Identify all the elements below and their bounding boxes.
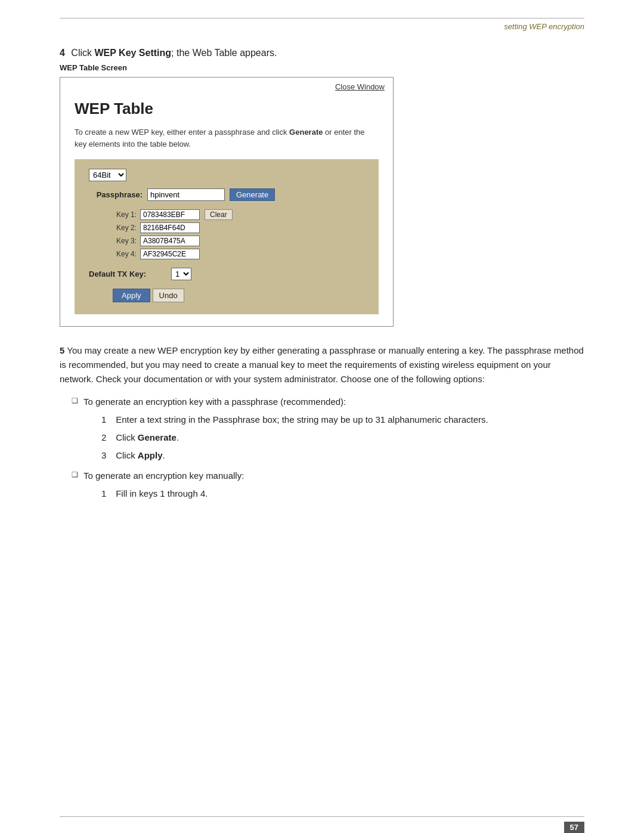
step4-text-before: Click [71,48,94,58]
bullet-item-1: To generate an encryption key with a pas… [72,395,584,463]
passphrase-label: Passphrase: [89,190,143,199]
step4-heading: 4 Click WEP Key Setting; the Web Table a… [60,48,584,58]
close-window-link[interactable]: Close Window [335,82,385,91]
key-row-4: Key 4: [113,249,364,259]
step5-container: 5 You may create a new WEP encryption ke… [60,343,584,501]
key4-label: Key 4: [113,250,137,258]
action-buttons: Apply Undo [113,289,364,302]
key3-label: Key 3: [113,237,137,245]
key-row-3: Key 3: [113,236,364,246]
bullet2-text: To generate an encryption key manually: [83,470,244,481]
default-tx-label: Default TX Key: [89,270,166,278]
sub-step-1-1: 1 Enter a text string in the Passphrase … [101,413,584,427]
bullet-item-2: To generate an encryption key manually: … [72,469,584,501]
bottom-rule [60,816,584,817]
key-row-2: Key 2: [113,222,364,233]
bullet-list: To generate an encryption key with a pas… [60,395,584,501]
key1-input[interactable] [140,209,200,220]
section-title: setting WEP encryption [504,22,584,31]
undo-button[interactable]: Undo [153,289,184,302]
dialog-description: To create a new WEP key, either enter a … [75,126,379,150]
sub-step-1-3-bold: Apply [138,450,163,460]
sub-step-1-2: 2 Click Generate. [101,431,584,445]
key2-input[interactable] [140,222,200,233]
step5-number: 5 [60,345,64,355]
dialog-content: WEP Table To create a new WEP key, eithe… [60,94,393,326]
apply-button[interactable]: Apply [113,289,150,302]
step4-bold: WEP Key Setting [94,48,171,58]
bit-select-row: 64Bit 128Bit [89,169,364,181]
inner-panel: 64Bit 128Bit Passphrase: Generate Key 1:… [75,159,379,314]
screen-label: WEP Table Screen [60,63,584,72]
passphrase-input[interactable] [147,188,225,201]
sub-step-1-2-bold: Generate [138,432,177,442]
page-number-area: 57 [60,822,584,833]
bullet1-text: To generate an encryption key with a pas… [83,397,346,407]
sub-steps-2: 1 Fill in keys 1 through 4. [83,487,584,501]
default-tx-row: Default TX Key: 1 2 3 4 [89,268,364,280]
bottom-area: 57 [0,816,644,833]
step5-body: You may create a new WEP encryption key … [60,345,584,384]
bit-select[interactable]: 64Bit 128Bit [89,169,126,181]
key4-input[interactable] [140,249,200,259]
sub-step-1-3: 3 Click Apply. [101,448,584,463]
passphrase-row: Passphrase: Generate [89,188,364,201]
tx-select[interactable]: 1 2 3 4 [171,268,191,280]
dialog-title: WEP Table [75,100,379,118]
key3-input[interactable] [140,236,200,246]
sub-steps-1: 1 Enter a text string in the Passphrase … [83,413,584,463]
dialog-close-bar: Close Window [60,78,393,94]
step5-text: 5 You may create a new WEP encryption ke… [60,343,584,386]
page-number: 57 [564,822,584,833]
dialog-box: Close Window WEP Table To create a new W… [60,77,394,327]
clear-button[interactable]: Clear [205,209,233,220]
header-section-link: setting WEP encryption [60,18,584,37]
key-row-1: Key 1: Clear [113,209,364,220]
step4-number: 4 [60,48,65,58]
sub-step-2-1: 1 Fill in keys 1 through 4. [101,487,584,501]
step4-text-after: ; the Web Table appears. [171,48,277,58]
keys-table: Key 1: Clear Key 2: Key 3: Key 4: [113,209,364,259]
key2-label: Key 2: [113,224,137,232]
generate-button[interactable]: Generate [230,188,275,201]
key1-label: Key 1: [113,210,137,219]
